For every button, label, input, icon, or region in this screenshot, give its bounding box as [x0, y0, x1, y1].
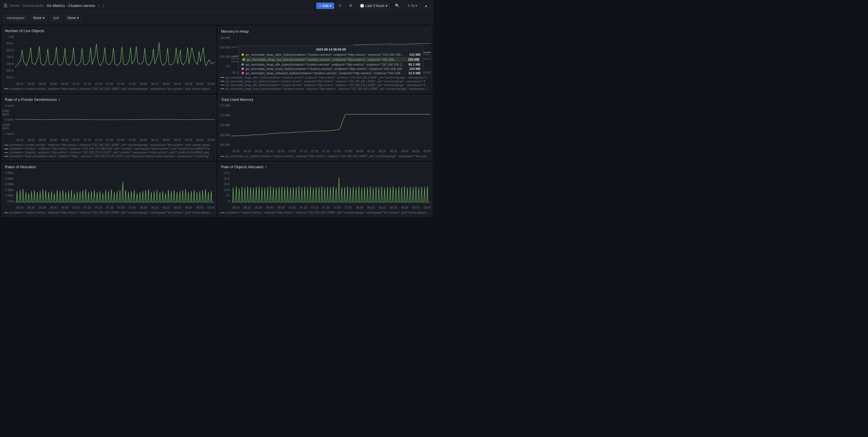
dashboard-grid: Number of Live Objects 1 Mil 900 K 800 K…: [0, 24, 434, 218]
legend-live-objects: {container="clusters-service", endpoint=…: [2, 86, 216, 93]
panel-title-total-memory: Total Used Memory: [221, 97, 253, 102]
tooltip-label-0: go_memstats_heap_alloc_bytes{container="…: [246, 53, 405, 56]
copy-button[interactable]: ⎘: [337, 2, 344, 9]
pod-label[interactable]: pod: [50, 14, 62, 22]
tooltip-val-2: 95.1 MB: [408, 63, 421, 66]
settings-button[interactable]: ⚙: [346, 2, 355, 9]
legend-memory-heap: go_memstats_heap_alloc_bytes{container="…: [218, 75, 432, 93]
tooltip-row-2: go_memstats_heap_idle_bytes{container="c…: [242, 63, 421, 66]
tooltip-row-0: go_memstats_heap_alloc_bytes{container="…: [242, 53, 421, 56]
tooltip-dot-3: [242, 68, 244, 70]
x-axis-live-objects: 06:10 06:20 06:30 06:40 06:50 07:00 07:1…: [15, 82, 216, 86]
chart-canvas-memory-heap: 2023-09-14 08:56:00 go_memstats_heap_all…: [231, 36, 431, 68]
y-axis-pointer-deref: 1 ops/s 0.500 ops/s 0 ops/s -0.500 ops/s…: [2, 103, 15, 136]
refresh-button[interactable]: ↻ 5s ▾: [406, 2, 419, 9]
topbar: ☰ Home › Dashboards › Go Metrics - Clust…: [0, 0, 434, 11]
panel-header-rates-allocation: Rates of Allocation: [2, 162, 216, 170]
panel-menu-button[interactable]: ⋮: [422, 29, 429, 34]
chart-canvas-pointer-deref: [15, 104, 215, 136]
tooltip-label-4: go_memstats_heap_released_bytes{containe…: [246, 71, 404, 75]
y-axis-memory-heap: 300 MB 200 MB 100 MB 0 B: [218, 35, 231, 68]
collapse-button[interactable]: ▲: [422, 2, 431, 9]
panel-header-live-objects: Number of Live Objects: [2, 26, 216, 34]
zoom-out-button[interactable]: 🔍-: [392, 2, 403, 9]
share-icon[interactable]: ⤴: [102, 3, 104, 8]
legend-text-1: {container="clusters-service", endpoint=…: [9, 87, 214, 91]
clock-icon: 🕐: [360, 4, 364, 8]
x-axis-rates-allocation: 06:10 06:20 06:30 06:40 06:50 07:00 07:1…: [15, 205, 216, 210]
time-picker[interactable]: 🕐 Last 3 hours ▾: [357, 2, 390, 9]
panel-title-pointer-deref: Rate of a Pointer Dereferences ℹ: [5, 97, 60, 102]
panel-title-live-objects: Number of Live Objects: [5, 29, 44, 33]
topbar-left: ☰ Home › Dashboards › Go Metrics - Clust…: [3, 3, 314, 8]
breadcrumb-home[interactable]: Home: [9, 3, 20, 8]
panel-live-objects: Number of Live Objects 1 Mil 900 K 800 K…: [2, 26, 216, 93]
ns-chevron: ▾: [43, 16, 44, 20]
panel-title-memory-heap: Memory in Heap: [221, 29, 249, 34]
panel-header-total-memory: Total Used Memory: [218, 95, 432, 103]
tooltip-label-2: go_memstats_heap_idle_bytes{container="c…: [246, 63, 404, 66]
tooltip-val-0: 131 MB: [409, 53, 421, 56]
tooltip-dot-2: [242, 63, 244, 66]
chart-area-rates-allocation: 5 MB/s 4 MB/s 3 MB/s 2 MB/s 1 MB/s 0 B/s: [2, 170, 216, 210]
hamburger-icon[interactable]: ☰: [3, 3, 7, 8]
y-axis-total-memory: 275 MB 270 MB 265 MB 260 MB 255 MB: [218, 103, 231, 147]
tooltip-dot-1: [243, 58, 245, 61]
info-icon-rate-objects[interactable]: ℹ: [265, 165, 267, 169]
panel-header-memory-heap: Memory in Heap ⋮: [218, 26, 432, 35]
y-axis-rates-allocation: 5 MB/s 4 MB/s 3 MB/s 2 MB/s 1 MB/s 0 B/s: [2, 170, 15, 203]
panel-header-pointer-deref: Rate of a Pointer Dereferences ℹ: [2, 95, 216, 103]
chart-area-live-objects: 1 Mil 900 K 800 K 700 K 600 K 500 K 400 …: [2, 34, 216, 86]
chart-area-total-memory: 275 MB 270 MB 265 MB 260 MB 255 MB 06: [218, 103, 432, 154]
chart-canvas-total-memory: [231, 104, 431, 147]
panel-header-rate-objects: Rate of Objects Allocated ℹ: [218, 162, 432, 170]
breadcrumb: Home › Dashboards › Go Metrics - Cluster…: [9, 3, 95, 8]
panel-title-rates-allocation: Rates of Allocation: [5, 165, 36, 169]
panel-memory-heap: Memory in Heap ⋮ 300 MB 200 MB 100 MB 0 …: [218, 26, 432, 93]
y-axis-rate-objects: 25 K 20 K 15 K 10 K 5 K 0: [218, 170, 231, 203]
panel-rates-allocation: Rates of Allocation 5 MB/s 4 MB/s 3 MB/s…: [2, 162, 216, 217]
panel-rate-objects: Rate of Objects Allocated ℹ 25 K 20 K 15…: [218, 162, 432, 217]
y-axis-live-objects: 1 Mil 900 K 800 K 700 K 600 K 500 K 400 …: [2, 34, 15, 79]
memory-tooltip: 2023-09-14 08:56:00 go_memstats_heap_all…: [239, 45, 424, 75]
legend-color-1: [4, 89, 8, 89]
chart-canvas-rates-allocation: [15, 171, 215, 203]
chart-area-memory-heap: 300 MB 200 MB 100 MB 0 B: [218, 35, 432, 75]
info-icon-pointer-deref[interactable]: ℹ: [58, 97, 60, 101]
legend-rate-objects: {container="clusters-service", endpoint=…: [218, 210, 432, 216]
time-chevron: ▾: [386, 4, 388, 8]
chart-canvas-rate-objects: [231, 171, 431, 203]
filter-bar: namespace None ▾ pod None ▾: [0, 11, 434, 24]
x-axis-rate-objects: 06:10 06:20 06:30 06:40 06:50 07:00 07:1…: [231, 205, 432, 210]
tooltip-val-4: 31.6 MB: [408, 71, 421, 75]
breadcrumb-sep2: ›: [44, 3, 45, 8]
panel-title-rate-objects: Rate of Objects Allocated ℹ: [221, 165, 267, 169]
tooltip-row-3: go_memstats_heap_inuse_bytes{container="…: [242, 67, 421, 70]
tooltip-val-1: 250 MB: [408, 58, 420, 61]
panel-pointer-deref: Rate of a Pointer Dereferences ℹ 1 ops/s…: [2, 95, 216, 161]
add-icon: +: [319, 4, 321, 8]
tooltip-row-1: go_memstats_heap_sys_bytes{container="cl…: [242, 57, 421, 62]
namespace-select[interactable]: None ▾: [31, 14, 47, 22]
breadcrumb-dashboards[interactable]: Dashboards: [23, 3, 43, 8]
tooltip-dot-0: [242, 54, 244, 56]
legend-total-memory: go_memstats_sys_bytes{container="cluster…: [218, 154, 432, 160]
topbar-right: + Add ▾ ⎘ ⚙ 🕐 Last 3 hours ▾ 🔍- ↻ 5s ▾ ▲: [316, 2, 431, 9]
chart-area-pointer-deref: 1 ops/s 0.500 ops/s 0 ops/s -0.500 ops/s…: [2, 103, 216, 142]
pod-select[interactable]: None ▾: [65, 14, 82, 22]
namespace-label[interactable]: namespace: [3, 14, 28, 22]
chart-canvas-live-objects: [15, 35, 215, 79]
legend-pointer-deref: {container="clusters-service", endpoint=…: [2, 142, 216, 160]
breadcrumb-sep1: ›: [21, 3, 22, 8]
chart-area-rate-objects: 25 K 20 K 15 K 10 K 5 K 0: [218, 170, 432, 210]
add-chevron: ▾: [330, 4, 331, 8]
refresh-icon: ↻: [408, 4, 410, 8]
tooltip-val-3: 154 MB: [409, 67, 421, 70]
tooltip-row-4: go_memstats_heap_released_bytes{containe…: [242, 71, 421, 75]
refresh-chevron: ▾: [415, 4, 417, 8]
tooltip-time: 2023-09-14 08:56:00: [242, 48, 421, 51]
add-button[interactable]: + Add ▾: [316, 3, 334, 9]
x-axis-pointer-deref: 06:10 06:20 06:30 06:40 06:50 07:00 07:1…: [15, 138, 216, 142]
star-icon[interactable]: ☆: [97, 3, 101, 8]
legend-rates-allocation: {container="clusters-service", endpoint=…: [2, 210, 216, 216]
